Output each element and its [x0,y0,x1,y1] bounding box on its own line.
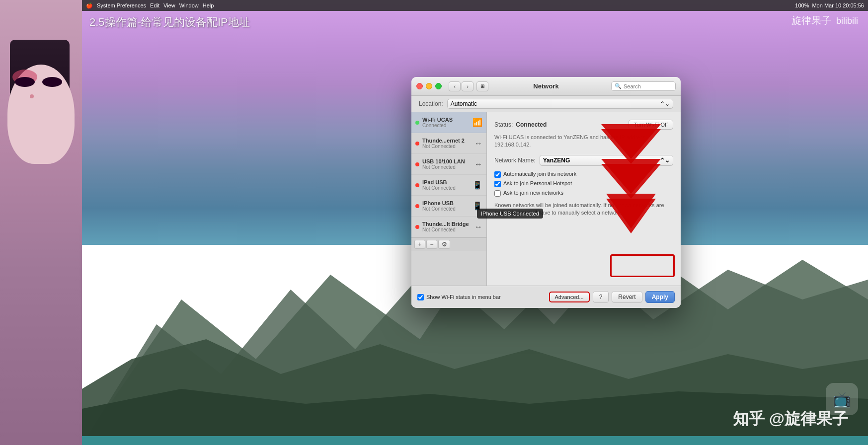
bottom-strip [82,436,868,445]
network-item-wifi-ucas[interactable]: Wi-Fi UCAS Connected 📶 [411,112,486,133]
status-dot-green [415,121,419,125]
status-dot-red-3 [415,183,419,187]
network-info-iphone: iPhone USB Not Connected [422,200,470,212]
network-name-row: Network Name: YanZENG ⌃⌄ [494,155,673,166]
anime-character-overlay [0,0,82,445]
remove-network-button[interactable]: − [426,240,437,249]
auto-join-checkbox[interactable] [494,171,501,178]
network-item-tb-bridge[interactable]: Thunde...lt Bridge Not Connected ↔ [411,217,486,237]
status-description: Wi-Fi UCAS is connected to YanZENG and h… [494,134,673,149]
network-item-usb-lan[interactable]: USB 10/100 LAN Not Connected ↔ [411,154,486,175]
advanced-button[interactable]: Advanced... [549,292,590,302]
iphone-usb-tooltip: IPhone USB Connected [477,209,543,219]
network-sidebar: Wi-Fi UCAS Connected 📶 Thunde...ernet 2 … [411,112,487,307]
location-bar: Location: Automatic ⌃⌄ [411,96,681,112]
network-name-ipad: iPad USB [422,179,470,185]
checkbox-new-networks: Ask to join new networks [494,190,673,197]
status-dot-red-1 [415,142,419,146]
bottom-left: Show Wi-Fi status in menu bar [417,294,501,300]
location-select[interactable]: Automatic ⌃⌄ [447,99,673,109]
search-box[interactable]: 🔍 [611,81,676,91]
revert-button[interactable]: Revert [612,291,642,303]
minimize-button[interactable] [426,83,432,89]
location-label: Location: [419,100,443,107]
network-item-ipad-usb[interactable]: iPad USB Not Connected 📱 [411,175,486,196]
network-info-ipad: iPad USB Not Connected [422,179,470,191]
window-titlebar: ‹ › ⊞ Network 🔍 [411,77,681,96]
ethernet-icon-2: ↔ [474,160,482,169]
close-button[interactable] [416,83,423,89]
personal-hotspot-checkbox[interactable] [494,181,501,187]
network-item-iphone-usb[interactable]: iPhone USB Not Connected 📱 [411,196,486,217]
apple-logo[interactable]: 🍎 [86,2,93,9]
network-name-select-value: YanZENG [543,157,570,164]
checkbox-personal-hotspot: Ask to join Personal Hotspot [494,180,673,187]
new-networks-label: Ask to join new networks [503,190,563,196]
bilibili-tv-icon[interactable]: 📺 [826,383,858,415]
checkbox-auto-join: Automatically join this network [494,171,673,178]
bridge-icon: ↔ [474,222,482,231]
network-info-wifi: Wi-Fi UCAS Connected [422,117,470,128]
menu-help[interactable]: Help [203,2,214,8]
network-status-ipad: Not Connected [422,185,470,191]
back-button[interactable]: ‹ [449,81,461,91]
sidebar-toolbar: + − ⚙ [411,237,486,251]
menu-view[interactable]: View [163,2,175,8]
status-dot-red-5 [415,225,419,229]
wifi-icon: 📶 [473,118,482,127]
status-dot-red-2 [415,162,419,166]
help-button[interactable]: ? [593,291,609,303]
ethernet-icon-1: ↔ [474,139,482,148]
location-value: Automatic [451,100,477,107]
network-settings-button[interactable]: ⚙ [438,240,450,249]
search-input[interactable] [624,83,672,89]
show-wifi-status-label: Show Wi-Fi status in menu bar [426,294,501,300]
network-status-iphone: Not Connected [422,206,470,212]
network-info-tb2: Thunde...ernet 2 Not Connected [422,138,472,149]
topbar-left: 🍎 System Preferences Edit View Window He… [86,2,214,9]
network-item-thunderbolt-2[interactable]: Thunde...ernet 2 Not Connected ↔ [411,133,486,154]
menu-edit[interactable]: Edit [150,2,159,8]
menu-window[interactable]: Window [179,2,199,8]
network-window: ‹ › ⊞ Network 🔍 Location: Automatic ⌃⌄ W… [411,77,681,308]
grid-button[interactable]: ⊞ [476,81,488,91]
forward-button[interactable]: › [462,81,473,91]
new-networks-checkbox[interactable] [494,190,501,197]
network-name-tb2: Thunde...ernet 2 [422,138,472,144]
window-bottom-bar: Show Wi-Fi status in menu bar Advanced..… [411,286,681,308]
status-row: Status: Connected Turn Wi-Fi Off [494,120,673,130]
overlay-brand: 旋律果子 bilibili [791,14,858,27]
window-title: Network [533,82,558,90]
menu-system-preferences[interactable]: System Preferences [97,2,146,8]
checkboxes-container: Automatically join this network Ask to j… [494,171,673,197]
topbar: 🍎 System Preferences Edit View Window He… [82,0,868,11]
bottom-right: Advanced... ? Revert Apply [549,291,675,303]
network-name-select[interactable]: YanZENG ⌃⌄ [540,155,673,166]
maximize-button[interactable] [435,83,442,89]
nav-arrows: ‹ › [449,81,473,91]
turn-wifi-off-button[interactable]: Turn Wi-Fi Off [629,120,673,130]
apply-button[interactable]: Apply [645,291,675,303]
overlay-title: 2.5操作篇-给常见的设备配IP地址 [89,15,250,30]
add-network-button[interactable]: + [414,240,425,249]
battery-percent: 100% [795,2,809,8]
network-info-tb-bridge: Thunde...lt Bridge Not Connected [422,221,472,232]
ipad-icon: 📱 [473,180,482,190]
network-status-wifi: Connected [422,123,470,128]
topbar-right: 100% Mon Mar 10 20:05:56 [795,2,864,8]
network-name-wifi: Wi-Fi UCAS [422,117,470,123]
auto-join-label: Automatically join this network [503,171,576,177]
brand-name: 旋律果子 [791,15,831,26]
show-wifi-status-checkbox[interactable] [417,294,424,300]
window-content: Wi-Fi UCAS Connected 📶 Thunde...ernet 2 … [411,112,681,307]
network-name-usb-lan: USB 10/100 LAN [422,158,472,164]
status-label: Status: [494,121,513,128]
status-dot-red-4 [415,204,419,208]
status-value: Connected [516,121,547,128]
location-chevron-icon: ⌃⌄ [660,100,670,107]
network-name-iphone: iPhone USB [422,200,470,206]
network-name-field-label: Network Name: [494,157,536,164]
network-info-usb-lan: USB 10/100 LAN Not Connected [422,158,472,170]
personal-hotspot-label: Ask to join Personal Hotspot [503,180,572,186]
network-status-usb-lan: Not Connected [422,164,472,170]
